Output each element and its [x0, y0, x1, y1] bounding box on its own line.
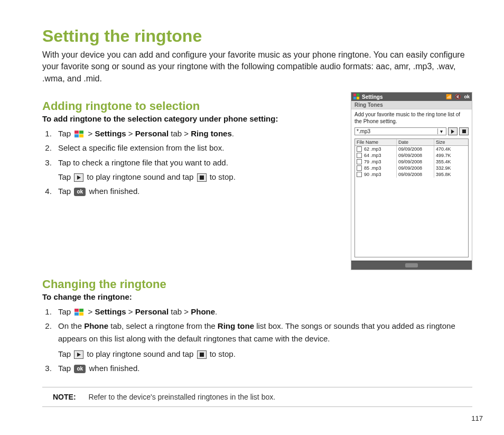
play-button[interactable] — [448, 127, 458, 135]
note-label: NOTE: — [53, 393, 76, 401]
section2-heading: Changing the ringtone — [42, 277, 472, 291]
checkbox[interactable] — [357, 165, 362, 171]
text-bold: Personal — [135, 307, 169, 316]
table-row[interactable]: 85 .mp309/09/2008332.9K — [355, 165, 468, 171]
stop-icon — [197, 173, 207, 182]
intro-text: With your device you can add and configu… — [42, 49, 472, 85]
s2-step3: Tap ok when finished. — [54, 362, 472, 374]
text-bold: Ring tones — [191, 129, 232, 138]
text: Tap — [58, 307, 73, 316]
text-bold: Settings — [95, 307, 126, 316]
svg-rect-6 — [353, 97, 356, 99]
col-date[interactable]: Date — [397, 139, 434, 145]
svg-rect-1 — [79, 131, 83, 134]
s1-step3: Tap to check a ringtone file that you wa… — [54, 156, 338, 183]
s1-step4: Tap ok when finished. — [54, 185, 338, 197]
text: Tap — [58, 364, 73, 373]
svg-rect-2 — [74, 134, 79, 137]
text: Tap — [58, 172, 73, 181]
speaker-icon: 🔇 — [455, 94, 461, 99]
text: . — [215, 307, 217, 316]
stop-button[interactable] — [459, 127, 469, 135]
text: > — [86, 307, 95, 316]
section1-list: Tap > Settings > Personal tab > Ring ton… — [42, 127, 338, 197]
text: to play ringtone sound and tap — [85, 172, 195, 181]
svg-rect-3 — [79, 134, 83, 137]
text: when finished. — [87, 187, 139, 196]
start-icon — [74, 130, 85, 138]
text: > — [126, 129, 135, 138]
chevron-down-icon: ▾ — [437, 128, 444, 134]
ok-icon: ok — [74, 365, 86, 373]
shot-subbar: Ring Tones — [351, 101, 472, 109]
shot-desc: Add your favorite music to the ring tone… — [354, 112, 469, 125]
text: . — [232, 129, 234, 138]
text: tab > — [169, 129, 191, 138]
table-row[interactable]: 90 .mp309/09/2008395.8K — [355, 171, 468, 178]
table-row[interactable]: 62 .mp309/09/2008470.4K — [355, 146, 468, 152]
col-size[interactable]: Size — [434, 139, 468, 145]
text: to play ringtone sound and tap — [85, 349, 195, 358]
text: Tap — [58, 129, 73, 138]
text: tab > — [169, 307, 191, 316]
table-row[interactable]: 64 .mp309/09/2008499.7K — [355, 152, 468, 159]
svg-rect-5 — [357, 94, 359, 96]
shot-title: Settings — [362, 94, 382, 100]
windows-flag-icon — [353, 94, 360, 100]
file-type-select[interactable]: *.mp3 ▾ — [354, 127, 446, 135]
text: > — [86, 129, 95, 138]
section2-list: Tap > Settings > Personal tab > Phone. O… — [42, 306, 472, 374]
checkbox[interactable] — [357, 146, 362, 152]
svg-rect-11 — [79, 312, 83, 316]
svg-rect-9 — [79, 309, 83, 312]
note-block: NOTE: Refer to the device's preinstalled… — [42, 387, 472, 407]
svg-rect-7 — [357, 97, 359, 99]
svg-rect-4 — [353, 94, 356, 96]
text-bold: Phone — [84, 321, 108, 330]
screenshot: Settings 📶 🔇 ok Ring Tones Add your favo… — [351, 92, 472, 270]
text-bold: Settings — [95, 129, 126, 138]
shot-titlebar: Settings 📶 🔇 ok — [351, 92, 472, 101]
checkbox[interactable] — [357, 172, 362, 177]
svg-rect-0 — [74, 131, 79, 134]
text-bold: Ring tone — [218, 321, 254, 330]
keyboard-icon[interactable] — [405, 263, 418, 267]
file-table: File Name Date Size 62 .mp309/09/2008470… — [354, 138, 469, 257]
text: Tap to check a ringtone file that you wa… — [58, 158, 228, 167]
section2-subhead: To change the ringtone: — [42, 292, 472, 301]
signal-icon: 📶 — [446, 94, 452, 99]
section1-heading: Adding ringtone to selection — [42, 99, 338, 113]
play-icon — [74, 173, 83, 182]
shot-ok[interactable]: ok — [464, 94, 470, 99]
page-number: 117 — [471, 414, 483, 422]
ok-icon: ok — [74, 188, 86, 196]
text: when finished. — [87, 364, 139, 373]
select-value: *.mp3 — [357, 128, 370, 134]
svg-rect-10 — [74, 312, 79, 316]
text: On the — [58, 321, 84, 330]
s1-step2: Select a specific file extension from th… — [54, 142, 338, 154]
text: tab, select a ringtone from the — [108, 321, 218, 330]
checkbox[interactable] — [357, 159, 362, 164]
text: Tap — [58, 187, 73, 196]
text: to stop. — [208, 349, 236, 358]
s2-step1: Tap > Settings > Personal tab > Phone. — [54, 306, 472, 318]
svg-rect-8 — [74, 309, 79, 312]
text-bold: Phone — [191, 307, 215, 316]
start-icon — [74, 308, 85, 317]
note-text: Refer to the device's preinstalled ringt… — [88, 393, 275, 401]
col-filename[interactable]: File Name — [355, 139, 397, 145]
text: > — [126, 307, 135, 316]
stop-icon — [197, 350, 207, 359]
s1-step1: Tap > Settings > Personal tab > Ring ton… — [54, 127, 338, 140]
play-icon — [74, 350, 83, 359]
shot-bottombar — [351, 261, 472, 270]
checkbox[interactable] — [357, 153, 362, 158]
page-title: Setting the ringtone — [42, 26, 472, 46]
text: Tap — [58, 349, 73, 358]
text-bold: Personal — [135, 129, 169, 138]
table-row[interactable]: 79 .mp309/09/2008355.4K — [355, 159, 468, 165]
text: to stop. — [208, 172, 236, 181]
s2-step2: On the Phone tab, select a ringtone from… — [54, 320, 472, 360]
section1-subhead: To add ringtone to the selection categor… — [42, 114, 338, 123]
